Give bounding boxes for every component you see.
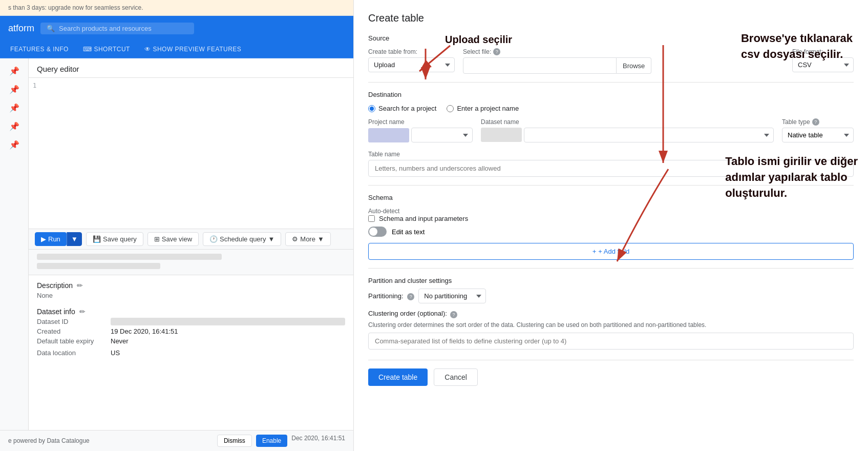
dataset-id-value: ██████████████████	[111, 318, 345, 325]
footer-text: e powered by Data Catalogue	[8, 437, 90, 444]
create-table-from-label: Create table from:	[368, 48, 455, 55]
sidebar: 📌 📌 📌 📌 📌	[0, 58, 29, 430]
bottom-footer: e powered by Data Catalogue Dismiss Enab…	[0, 430, 353, 451]
clustering-label: Clustering order (optional):	[368, 310, 447, 317]
clustering-input[interactable]	[368, 333, 854, 350]
no-partitioning-select[interactable]: No partitioning Integer range Date/times…	[418, 289, 486, 303]
auto-detect-group: Auto-detect Schema and input parameters	[368, 208, 854, 222]
result-area	[29, 250, 353, 275]
more-dropdown-icon: ▼	[317, 235, 324, 243]
default-expiry-label: Default table expiry	[37, 337, 109, 345]
partition-section: Partition and cluster settings Partition…	[368, 277, 854, 350]
description-section-header: Description ✏	[37, 281, 345, 290]
top-banner: s than 3 days: upgrade now for seamless …	[0, 0, 353, 16]
header-search[interactable]: 🔍 Search products and resources	[40, 23, 194, 34]
data-location-label: Data location	[37, 349, 109, 357]
toggle-knob	[369, 228, 377, 236]
schema-section-label: Schema	[368, 194, 854, 201]
table-type-select[interactable]: Native table External table View	[782, 128, 854, 142]
file-input-group: Browse	[463, 57, 784, 74]
edit-as-text-toggle-container: Edit as text	[368, 227, 854, 237]
preview-icon: 👁	[144, 46, 151, 53]
query-editor-header: Query editor	[29, 58, 353, 78]
action-buttons: Create table Cancel	[368, 360, 854, 386]
dataset-name-blurred	[481, 128, 522, 142]
main-content: Query editor 1 ▶ Run ▼ 💾 Save query	[29, 58, 353, 430]
create-table-button[interactable]: Create table	[368, 368, 428, 386]
destination-section-label: Destination	[368, 91, 854, 98]
auto-detect-label: Auto-detect	[368, 208, 854, 215]
dismiss-button[interactable]: Dismiss	[217, 435, 252, 447]
query-editor-title: Query editor	[37, 65, 79, 73]
schema-checkbox-label[interactable]: Schema and input parameters	[368, 215, 854, 222]
run-button[interactable]: ▶ Run	[35, 232, 67, 246]
cancel-button[interactable]: Cancel	[434, 368, 478, 386]
tab-features-info[interactable]: FEATURES & INFO	[4, 40, 75, 58]
description-edit-icon[interactable]: ✏	[77, 281, 83, 290]
dataset-name-select[interactable]	[524, 128, 774, 142]
partitioning-help-icon[interactable]: ?	[407, 293, 414, 300]
default-expiry-value: Never	[111, 337, 345, 345]
save-query-button[interactable]: 💾 Save query	[86, 232, 143, 246]
project-name-label: Project name	[368, 118, 473, 126]
banner-text: s than 3 days: upgrade now for seamless …	[8, 4, 143, 11]
dataset-id-label: Dataset ID	[37, 318, 109, 325]
pin-icon-4[interactable]: 📌	[6, 118, 23, 134]
pin-icon-1[interactable]: 📌	[6, 63, 23, 79]
more-button[interactable]: ⚙ More ▼	[285, 232, 331, 246]
data-location-value: US	[111, 349, 345, 357]
edit-as-text-toggle[interactable]	[368, 227, 387, 237]
table-type-group: Table type ? Native table External table…	[782, 118, 854, 142]
clustering-help-icon[interactable]: ?	[450, 311, 457, 318]
dataset-info-edit-icon[interactable]: ✏	[79, 308, 86, 316]
divider-1	[368, 82, 854, 83]
create-table-modal: Create table Source Create table from: U…	[353, 0, 868, 451]
project-name-blurred	[368, 128, 409, 142]
schedule-dropdown-icon: ▼	[268, 235, 274, 243]
source-section-label: Source	[368, 34, 854, 42]
run-dropdown-button[interactable]: ▼	[67, 232, 82, 246]
add-field-button[interactable]: + + Add field	[368, 243, 854, 260]
file-format-label: File format:	[792, 48, 854, 55]
create-table-from-select[interactable]: Upload Google Cloud Storage Google Drive…	[368, 57, 455, 72]
tab-show-preview[interactable]: 👁 SHOW PREVIEW FEATURES	[138, 40, 247, 58]
partitioning-field-label: Partitioning: ?	[368, 292, 414, 300]
line-number: 1	[33, 82, 36, 89]
partition-section-label: Partition and cluster settings	[368, 277, 854, 284]
select-file-help-icon[interactable]: ?	[493, 48, 500, 55]
select-file-label: Select file: ?	[463, 48, 784, 55]
schema-checkbox[interactable]	[368, 215, 375, 222]
file-format-select[interactable]: CSV JSON Avro Parquet ORC	[792, 57, 854, 72]
add-field-plus-icon: +	[592, 248, 597, 255]
schedule-query-button[interactable]: 🕐 Schedule query ▼	[203, 232, 281, 246]
search-project-radio[interactable]	[368, 105, 375, 112]
pin-icon-5[interactable]: 📌	[6, 136, 23, 153]
created-value: 19 Dec 2020, 16:41:51	[111, 327, 345, 335]
source-form-row: Create table from: Upload Google Cloud S…	[368, 48, 854, 74]
table-name-input[interactable]	[368, 160, 854, 177]
modal-title: Create table	[368, 12, 854, 24]
destination-fields-row: Project name Dataset name Table type ?	[368, 118, 854, 142]
save-view-button[interactable]: ⊞ Save view	[147, 232, 199, 246]
enable-button[interactable]: Enable	[256, 435, 287, 447]
file-input[interactable]	[463, 57, 617, 74]
dataset-info-grid: Dataset ID ██████████████████ Created 19…	[37, 318, 345, 345]
enter-project-name-radio-label[interactable]: Enter a project name	[447, 105, 519, 112]
table-type-help-icon[interactable]: ?	[812, 118, 819, 126]
dataset-info-title: Dataset info	[37, 308, 75, 316]
browse-button[interactable]: Browse	[617, 57, 651, 74]
create-table-from-group: Create table from: Upload Google Cloud S…	[368, 48, 455, 72]
query-editor-body[interactable]: 1	[29, 78, 353, 229]
description-title: Description	[37, 281, 73, 290]
pin-icon-3[interactable]: 📌	[6, 99, 23, 116]
table-type-label: Table type ?	[782, 118, 854, 126]
project-name-select[interactable]	[411, 128, 473, 142]
schedule-icon: 🕐	[209, 235, 218, 243]
search-project-radio-label[interactable]: Search for a project	[368, 105, 436, 112]
run-icon: ▶	[41, 235, 46, 243]
project-name-group: Project name	[368, 118, 473, 142]
tab-shortcut[interactable]: ⌨ SHORTCUT	[77, 40, 136, 58]
pin-icon-2[interactable]: 📌	[6, 81, 23, 97]
save-view-icon: ⊞	[154, 235, 160, 243]
enter-project-name-radio[interactable]	[447, 105, 454, 112]
